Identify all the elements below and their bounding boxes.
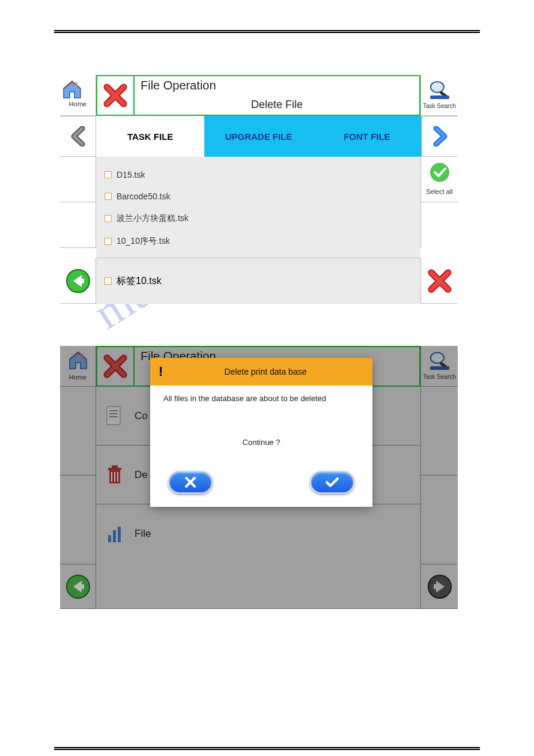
search-icon — [428, 349, 452, 371]
svg-rect-13 — [109, 413, 118, 414]
back-button[interactable] — [60, 258, 96, 304]
svg-rect-12 — [109, 410, 118, 411]
svg-point-8 — [431, 352, 444, 363]
list-item[interactable]: 标签10.tsk — [96, 258, 420, 304]
home-button[interactable]: Home — [60, 75, 96, 116]
page-subtitle: Delete File — [141, 98, 413, 111]
file-name: 标签10.tsk — [117, 275, 162, 288]
file-list: D15.tsk Barcode50.tsk 波兰小方块蛋糕.tsk 10_10序… — [96, 157, 420, 258]
file-name: D15.tsk — [117, 170, 145, 180]
document-icon — [105, 404, 125, 428]
svg-rect-23 — [118, 527, 121, 542]
home-icon — [66, 349, 90, 371]
list-item[interactable]: Barcode50.tsk — [96, 186, 420, 207]
checkbox-icon[interactable] — [105, 215, 112, 222]
task-search-button[interactable]: Task Search — [420, 75, 458, 116]
cancel-button[interactable] — [168, 471, 213, 494]
list-item[interactable]: D15.tsk — [96, 164, 420, 186]
trash-icon — [105, 463, 125, 487]
svg-rect-3 — [430, 95, 449, 99]
forward-arrow-icon — [426, 573, 453, 600]
check-circle-icon — [429, 162, 451, 183]
svg-rect-22 — [113, 530, 116, 542]
file-name: 10_10序号.tsk — [117, 236, 170, 247]
screenshot-delete-file: Home File Operation Delete File Task Sea… — [60, 75, 458, 304]
x-icon — [184, 476, 197, 489]
svg-rect-11 — [107, 407, 120, 425]
file-name: 波兰小方块蛋糕.tsk — [117, 213, 189, 224]
svg-rect-10 — [430, 366, 449, 370]
select-all-label: Select all — [421, 188, 458, 195]
tab-upgrade-file[interactable]: UPGRADE FILE — [204, 116, 312, 157]
svg-rect-16 — [108, 468, 121, 470]
svg-point-1 — [431, 82, 444, 92]
svg-rect-27 — [434, 584, 440, 589]
task-search-label: Task Search — [421, 373, 458, 380]
confirm-button[interactable] — [310, 471, 354, 494]
chart-icon — [105, 522, 125, 546]
prev-tab-button[interactable] — [60, 116, 96, 157]
back-button[interactable] — [60, 564, 96, 609]
svg-rect-20 — [117, 472, 118, 482]
home-icon — [60, 79, 84, 100]
checkbox-icon[interactable] — [105, 193, 112, 200]
next-tab-button[interactable] — [422, 116, 458, 157]
dialog-message: All files in the database are about to b… — [150, 386, 372, 405]
svg-rect-14 — [109, 416, 118, 417]
checkbox-icon[interactable] — [105, 238, 112, 245]
tab-font-file[interactable]: FONT FILE — [313, 116, 421, 157]
back-arrow-icon — [65, 573, 91, 600]
checkbox-icon[interactable] — [105, 277, 112, 285]
home-label: Home — [60, 100, 96, 107]
page-title: File Operation — [141, 79, 413, 92]
select-all-button[interactable]: Select all — [420, 157, 458, 202]
delete-button[interactable] — [420, 258, 458, 304]
close-button[interactable] — [97, 347, 135, 386]
menu-item-file[interactable]: File — [96, 504, 420, 563]
svg-rect-6 — [78, 279, 84, 283]
svg-point-4 — [430, 163, 449, 182]
menu-label: File — [135, 528, 151, 540]
dialog-prompt: Continue ? — [150, 438, 372, 447]
home-label: Home — [60, 373, 96, 381]
warning-icon: ! — [159, 364, 174, 380]
tab-task-file[interactable]: TASK FILE — [96, 116, 204, 157]
forward-button[interactable] — [420, 564, 458, 609]
task-search-label: Task Search — [421, 103, 458, 109]
check-icon — [325, 476, 339, 488]
svg-rect-17 — [112, 465, 118, 468]
menu-label: De — [135, 469, 148, 481]
svg-rect-21 — [108, 535, 111, 542]
delete-x-icon — [426, 268, 453, 294]
svg-rect-25 — [78, 584, 84, 589]
chevron-left-icon — [69, 126, 87, 147]
list-item[interactable]: 10_10序号.tsk — [96, 230, 420, 253]
dialog-title: Delete print data base — [183, 367, 364, 376]
chevron-right-icon — [431, 126, 449, 147]
search-icon — [428, 79, 452, 100]
svg-rect-18 — [111, 472, 112, 482]
checkbox-icon[interactable] — [105, 171, 112, 178]
close-icon — [102, 82, 129, 109]
list-item[interactable]: 波兰小方块蛋糕.tsk — [96, 207, 420, 230]
task-search-button[interactable]: Task Search — [420, 346, 458, 387]
back-arrow-icon — [65, 268, 91, 294]
close-icon — [102, 353, 129, 380]
svg-rect-19 — [114, 472, 115, 482]
confirm-dialog: ! Delete print data base All files in th… — [150, 358, 372, 507]
home-button[interactable]: Home — [60, 346, 96, 387]
close-button[interactable] — [97, 76, 135, 115]
file-name: Barcode50.tsk — [117, 192, 171, 201]
screenshot-delete-database: Home File Operation Task Search — [60, 346, 458, 609]
menu-label: Co — [135, 410, 148, 422]
